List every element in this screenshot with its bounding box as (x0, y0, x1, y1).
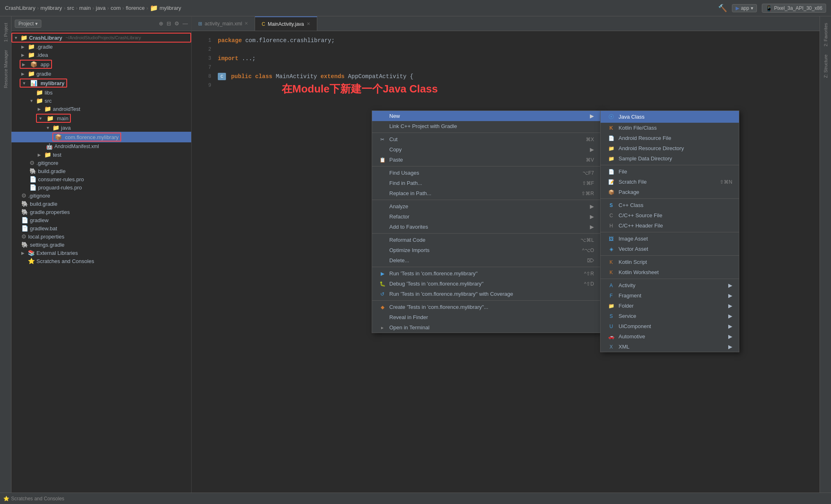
tree-item-gradle-properties[interactable]: 🐘 gradle.properties (11, 208, 191, 216)
tree-item-proguard[interactable]: 📄 proguard-rules.pro (11, 183, 191, 191)
submenu-item-fragment[interactable]: F Fragment ▶ (601, 290, 739, 301)
tree-item-androidtest[interactable]: ▶ 📁 androidTest (11, 105, 191, 113)
cpp-class-icon: S (607, 202, 615, 208)
menu-item-create-tests[interactable]: ◆ Create 'Tests in 'com.florence.mylibra… (372, 302, 601, 312)
settings-icon[interactable]: ⚙ (174, 20, 179, 27)
submenu-label-automotive: Automotive (619, 333, 645, 340)
tab-mainactivity-java[interactable]: C MainActivity.java ✕ (255, 16, 317, 31)
tree-item-package[interactable]: 📦 com.florence.mylibrary (11, 132, 191, 142)
menu-item-delete[interactable]: Delete... ⌦ (372, 255, 601, 266)
tree-item-manifest[interactable]: 🤖 AndroidManifest.xml (11, 142, 191, 151)
project-dropdown[interactable]: Project ▾ (15, 20, 41, 28)
tree-label-crashlibrary: CrashLibrary (29, 35, 62, 41)
submenu-item-sample-data-dir[interactable]: 📁 Sample Data Directory (601, 153, 739, 164)
tree-item-mylibrary[interactable]: ▼ 📊 mylibrary (11, 78, 191, 88)
menu-item-run-coverage[interactable]: ↺ Run 'Tests in 'com.florence.mylibrary'… (372, 289, 601, 299)
tree-item-external-libs[interactable]: ▶ 📚 External Libraries (11, 249, 191, 257)
tree-item-gitignore-lib[interactable]: ⚙ .gitignore (11, 159, 191, 167)
breadcrumb-mylibrary[interactable]: mylibrary (41, 5, 62, 11)
menu-item-add-favorites[interactable]: Add to Favorites ▶ (372, 222, 601, 232)
menu-item-find-in-path[interactable]: Find in Path... ⇧⌘F (372, 178, 601, 188)
tree-item-buildgradle-lib[interactable]: 🐘 build.gradle (11, 167, 191, 175)
tree-item-test[interactable]: ▶ 📁 test (11, 151, 191, 159)
menu-item-open-terminal[interactable]: ▸ Open in Terminal (372, 322, 601, 333)
menu-item-replace-in-path[interactable]: Replace in Path... ⇧⌘R (372, 188, 601, 198)
submenu-item-file[interactable]: 📄 File (601, 166, 739, 177)
sidebar-item-resource-manager[interactable]: Resource Manager (2, 47, 10, 92)
submenu-item-activity[interactable]: A Activity ▶ (601, 280, 739, 290)
breadcrumb-main[interactable]: main (79, 5, 91, 11)
breadcrumb-mylibrary2[interactable]: 📁 mylibrary (150, 4, 181, 12)
code-content-8: C public class MainActivity extends AppC… (218, 72, 815, 81)
locate-icon[interactable]: ⊕ (159, 20, 163, 27)
submenu-item-kotlin-class[interactable]: K Kotlin File/Class (601, 123, 739, 133)
submenu-item-cpp-source[interactable]: C C/C++ Source File (601, 210, 739, 220)
submenu-item-vector-asset[interactable]: ◈ Vector Asset (601, 244, 739, 254)
submenu-item-uicomponent[interactable]: U UiComponent ▶ (601, 321, 739, 331)
hammer-icon[interactable]: 🔨 (718, 4, 727, 13)
menu-item-reformat[interactable]: Reformat Code ⌥⌘L (372, 235, 601, 245)
submenu-item-cpp-header[interactable]: H C/C++ Header File (601, 220, 739, 231)
menu-item-paste[interactable]: 📋 Paste ⌘V (372, 155, 601, 165)
submenu-item-kotlin-worksheet[interactable]: K Kotlin Worksheet (601, 267, 739, 277)
device-selector[interactable]: 📱 Pixel_3a_API_30_x86 (762, 4, 826, 13)
submenu-item-kotlin-script[interactable]: K Kotlin Script (601, 257, 739, 267)
sidebar-item-project[interactable]: 1: Project (2, 20, 10, 45)
tree-item-crashlibrary[interactable]: ▼ 📁 CrashLibrary ~/AndroidStudioProjects… (11, 33, 191, 43)
tree-item-local-properties[interactable]: ⚙ local.properties (11, 232, 191, 241)
submenu-item-android-resource-dir[interactable]: 📁 Android Resource Directory (601, 143, 739, 153)
tree-item-gradle-hidden[interactable]: ▶ 📁 .gradle (11, 43, 191, 51)
menu-item-new[interactable]: New ▶ (372, 111, 601, 121)
submenu-item-automotive[interactable]: 🚗 Automotive ▶ (601, 331, 739, 342)
submenu-item-cpp-class[interactable]: S C++ Class (601, 200, 739, 210)
tree-item-java[interactable]: ▼ 📁 java (11, 124, 191, 132)
tree-item-gradle[interactable]: ▶ 📁 gradle (11, 70, 191, 78)
run-config-selector[interactable]: ▶ app ▾ (732, 4, 757, 12)
service-icon: S (607, 313, 615, 319)
sidebar-item-favorites[interactable]: 2: Favorites (822, 20, 830, 50)
submenu-item-service[interactable]: S Service ▶ (601, 311, 739, 321)
tree-item-buildgradle-root[interactable]: 🐘 build.gradle (11, 200, 191, 208)
tree-item-main[interactable]: ▼ 📁 main (11, 113, 191, 124)
submenu-item-android-resource-file[interactable]: 📄 Android Resource File (601, 133, 739, 143)
breadcrumb-src[interactable]: src (67, 5, 74, 11)
submenu-item-scratch-file[interactable]: 📝 Scratch File ⇧⌘N (601, 177, 739, 187)
tree-item-consumer-rules[interactable]: 📄 consumer-rules.pro (11, 175, 191, 183)
submenu-item-image-asset[interactable]: 🖼 Image Asset (601, 234, 739, 244)
menu-item-copy[interactable]: Copy ▶ (372, 144, 601, 155)
close-tab-xml[interactable]: ✕ (244, 21, 248, 26)
menu-item-run-tests[interactable]: ▶ Run 'Tests in 'com.florence.mylibrary'… (372, 268, 601, 279)
tree-item-app[interactable]: ▶ 📦 app (11, 59, 191, 70)
submenu-item-java-class[interactable]: ☉ Java Class (601, 111, 739, 123)
breadcrumb-java[interactable]: java (96, 5, 106, 11)
tree-item-libs[interactable]: 📁 libs (11, 88, 191, 97)
scratches-and-consoles[interactable]: ⭐ Scratches and Consoles (3, 496, 64, 502)
sidebar-item-structure[interactable]: Z: Structure (822, 51, 830, 81)
submenu-item-xml[interactable]: X XML ▶ (601, 342, 739, 352)
menu-item-find-usages[interactable]: Find Usages ⌥F7 (372, 168, 601, 178)
menu-item-optimize-imports[interactable]: Optimize Imports ^⌥O (372, 245, 601, 255)
menu-item-refactor[interactable]: Refactor ▶ (372, 212, 601, 222)
breadcrumb-crashlibrary[interactable]: CrashLibrary (5, 5, 35, 11)
close-tab-java[interactable]: ✕ (307, 21, 310, 27)
collapse-icon[interactable]: ⊟ (167, 20, 171, 27)
tree-item-gradlew[interactable]: 📄 gradlew (11, 216, 191, 224)
tree-item-scratches[interactable]: ⭐ Scratches and Consoles (11, 257, 191, 265)
menu-item-link-cpp[interactable]: Link C++ Project with Gradle (372, 121, 601, 131)
close-icon[interactable]: — (183, 20, 188, 27)
submenu-item-package[interactable]: 📦 Package (601, 187, 739, 197)
tree-item-src[interactable]: ▼ 📁 src (11, 97, 191, 105)
menu-item-debug-tests[interactable]: 🐛 Debug 'Tests in 'com.florence.mylibrar… (372, 279, 601, 289)
tree-item-gitignore-root[interactable]: ⚙ .gitignore (11, 191, 191, 200)
menu-item-cut[interactable]: ✂ Cut ⌘X (372, 134, 601, 144)
tree-item-settings-gradle[interactable]: 🐘 settings.gradle (11, 241, 191, 249)
menu-item-analyze[interactable]: Analyze ▶ (372, 201, 601, 212)
tree-item-gradlew-bat[interactable]: 📄 gradlew.bat (11, 224, 191, 232)
tab-activity-main-xml[interactable]: ⊞ activity_main.xml ✕ (192, 16, 255, 31)
submenu-item-folder[interactable]: 📁 Folder ▶ (601, 301, 739, 311)
breadcrumb-com[interactable]: com (111, 5, 121, 11)
menu-item-reveal-finder[interactable]: Reveal in Finder (372, 312, 601, 322)
breadcrumb-florence[interactable]: florence (126, 5, 145, 11)
tree-item-idea[interactable]: ▶ 📁 .idea (11, 51, 191, 59)
chevron-down-icon: ▾ (751, 5, 753, 11)
